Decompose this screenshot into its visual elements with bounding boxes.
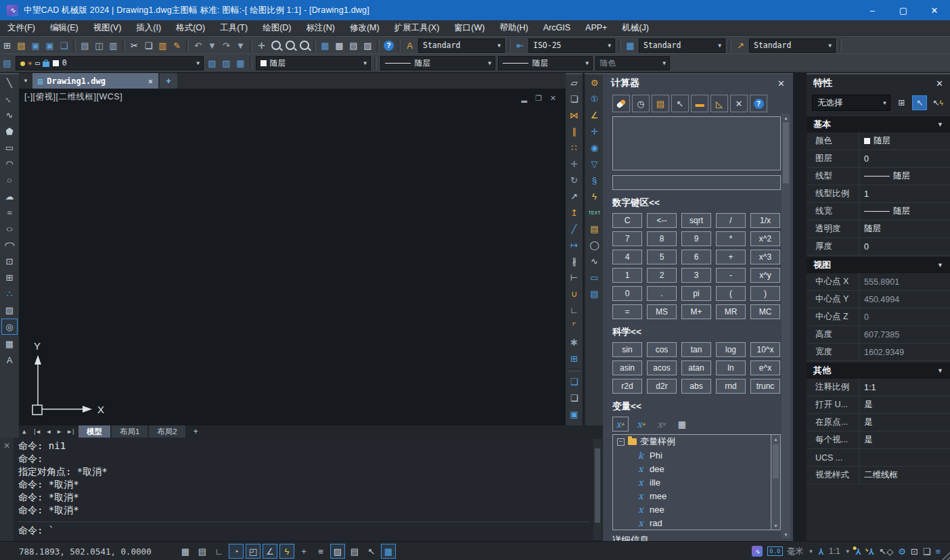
calc-fn-cos[interactable]: cos <box>647 342 677 357</box>
dynamic-ucs-toggle[interactable]: ▦ <box>381 544 396 559</box>
unit-display-icon[interactable]: 0.0 <box>767 546 782 556</box>
property-value[interactable]: 1:1 <box>859 379 950 396</box>
modify-trim-icon[interactable]: ╱ <box>567 221 582 236</box>
calc-fn-sin[interactable]: sin <box>612 342 642 357</box>
layout-tab-布局1[interactable]: 布局1 <box>112 425 148 438</box>
calculator-history-box[interactable] <box>612 116 781 170</box>
draw-point-icon[interactable]: ∴ <box>2 286 17 301</box>
modify-array-icon[interactable]: ∷ <box>567 140 582 155</box>
drawing-canvas[interactable]: [-][俯视][二维线框][WCS] ▂ ❐ ✕ Y X <box>19 89 566 425</box>
mech-drawing-border-icon[interactable]: ▭ <box>587 270 602 285</box>
linetype-dropdown[interactable]: 随层▼ <box>380 56 495 70</box>
menu-item[interactable]: 视图(V) <box>86 20 129 35</box>
calc-fn-10^x[interactable]: 10^x <box>750 342 780 357</box>
calculator-scrollbar[interactable]: ▲ ▼ <box>782 114 790 538</box>
menu-item[interactable]: 标注(N) <box>299 20 342 35</box>
new-drawing-icon[interactable]: ⊞ <box>0 39 14 53</box>
viewport-controls-label[interactable]: [-][俯视][二维线框][WCS] <box>24 91 122 103</box>
calc-key-0[interactable]: 0 <box>612 286 642 301</box>
calc-key-MS[interactable]: MS <box>647 304 677 319</box>
last-layout-icon[interactable]: ▶| <box>64 428 78 435</box>
property-value[interactable]: 是 <box>859 431 950 448</box>
quick-select-button[interactable]: ⊞ <box>895 96 908 110</box>
calculator-close-icon[interactable]: ✕ <box>777 78 785 89</box>
calc-fn-tan[interactable]: tan <box>681 342 711 357</box>
property-value[interactable]: 450.4994 <box>859 291 950 308</box>
menu-item[interactable]: ArcGIS <box>536 20 578 35</box>
property-value[interactable]: 随层 <box>859 203 950 220</box>
layer-previous-icon[interactable]: ▧ <box>205 56 219 70</box>
mech-mech-text-icon[interactable]: TEXT <box>587 205 602 220</box>
new-tab-button[interactable]: + <box>160 73 177 89</box>
menu-item[interactable]: 窗口(W) <box>447 20 492 35</box>
calc-key-)[interactable]: ) <box>750 286 780 301</box>
calc-key-<--[interactable]: <-- <box>647 213 677 228</box>
calc-key-*[interactable]: * <box>716 231 746 246</box>
mech-surface-finish-icon[interactable]: ▽ <box>587 156 602 171</box>
ortho-mode-toggle[interactable]: ∟ <box>212 544 227 559</box>
close-button[interactable]: ✕ <box>919 0 950 20</box>
polar-tracking-toggle[interactable]: ◔ <box>229 544 244 559</box>
draw-circle-icon[interactable]: ○ <box>2 172 17 187</box>
calc-fn-abs[interactable]: abs <box>681 379 711 394</box>
calc-key-x^2[interactable]: x^2 <box>750 231 780 246</box>
show-transparency-toggle[interactable]: ▨ <box>330 544 345 559</box>
modify-break-at-point-icon[interactable]: ⊢ <box>567 270 582 285</box>
property-value[interactable]: 0 <box>859 308 950 325</box>
doc-restore-icon[interactable]: ❐ <box>535 94 542 103</box>
auto-annotation-scale-icon[interactable]: Yϟ <box>865 546 874 557</box>
command-close-icon[interactable]: ✕ <box>0 441 14 450</box>
calc-help-icon[interactable]: ? <box>750 95 767 112</box>
graphics-performance-icon[interactable]: ⊡ <box>911 546 918 557</box>
property-value[interactable]: 0 <box>859 150 950 167</box>
property-value[interactable]: 555.8901 <box>859 273 950 290</box>
object-snap-tracking-toggle[interactable]: ∠ <box>263 544 277 559</box>
scroll-up-icon[interactable]: ▲ <box>782 114 790 122</box>
menu-item[interactable]: 修改(M) <box>342 20 387 35</box>
undo-icon[interactable]: ↶ <box>191 39 205 53</box>
snap-mode-toggle[interactable]: ▤ <box>195 544 210 559</box>
copy-clip-icon[interactable]: ❏ <box>141 39 156 53</box>
draw-table-icon[interactable]: ▦ <box>2 336 17 351</box>
property-value[interactable] <box>859 449 950 466</box>
section-header-其他[interactable]: 其他▼ <box>807 363 950 379</box>
modify-move-icon[interactable]: ✛ <box>567 156 582 171</box>
draw-spline-icon[interactable]: ≈ <box>2 205 17 220</box>
scrollbar-thumb[interactable] <box>595 448 600 523</box>
menu-item[interactable]: 文件(F) <box>0 20 43 35</box>
modify-erase-icon[interactable]: ▱ <box>567 75 582 90</box>
annotation-scale-label[interactable]: 1:1 <box>829 546 840 556</box>
new-variable-icon[interactable]: x+ <box>612 417 629 431</box>
modify-break-icon[interactable]: ∦ <box>567 254 582 269</box>
variable-item[interactable]: kPhi <box>613 448 780 462</box>
variable-item[interactable]: xmee <box>613 489 780 503</box>
calc-fn-rnd[interactable]: rnd <box>716 379 746 394</box>
lineweight-dropdown[interactable]: 随层▼ <box>498 56 593 70</box>
modify-draw-order-front-icon[interactable]: ❏ <box>567 374 582 389</box>
scroll-down-icon[interactable]: ▼ <box>782 530 790 538</box>
numpad-section-label[interactable]: 数字键区<< <box>612 197 779 209</box>
evaluate-variable-icon[interactable]: ▦ <box>675 417 689 431</box>
property-value[interactable]: 是 <box>859 396 950 413</box>
annotation-visibility-icon[interactable]: Y <box>855 546 861 557</box>
draw-revision-cloud-icon[interactable]: ☁ <box>2 189 17 204</box>
draw-ellipse-arc-icon[interactable]: ◠ <box>0 237 20 252</box>
calculator-input-box[interactable] <box>612 175 781 190</box>
doc-close-icon[interactable]: ✕ <box>550 94 556 103</box>
calc-fn-ln[interactable]: ln <box>716 360 746 375</box>
calc-key-MC[interactable]: MC <box>750 304 780 319</box>
customize-menu-icon[interactable]: ≡ <box>935 546 941 557</box>
modify-offset-icon[interactable]: ∥ <box>567 124 582 139</box>
unit-label[interactable]: 毫米 <box>788 546 804 557</box>
calc-key-4[interactable]: 4 <box>612 250 642 264</box>
layer-isolate-icon[interactable]: ▦ <box>233 56 248 70</box>
selection-dropdown[interactable]: 无选择 ▼ <box>812 95 890 111</box>
plot-icon[interactable]: ▤ <box>78 39 92 53</box>
variable-item[interactable]: xille <box>613 475 780 489</box>
chevron-down-icon[interactable]: ▼ <box>845 549 851 555</box>
calc-key-sqrt[interactable]: sqrt <box>681 213 711 228</box>
publish-icon[interactable]: ▥ <box>106 39 120 53</box>
mech-smart-dimension-icon[interactable]: ∠ <box>587 108 602 122</box>
property-value[interactable]: 随层 <box>859 220 950 237</box>
intersection-icon[interactable]: ✕ <box>730 95 748 112</box>
